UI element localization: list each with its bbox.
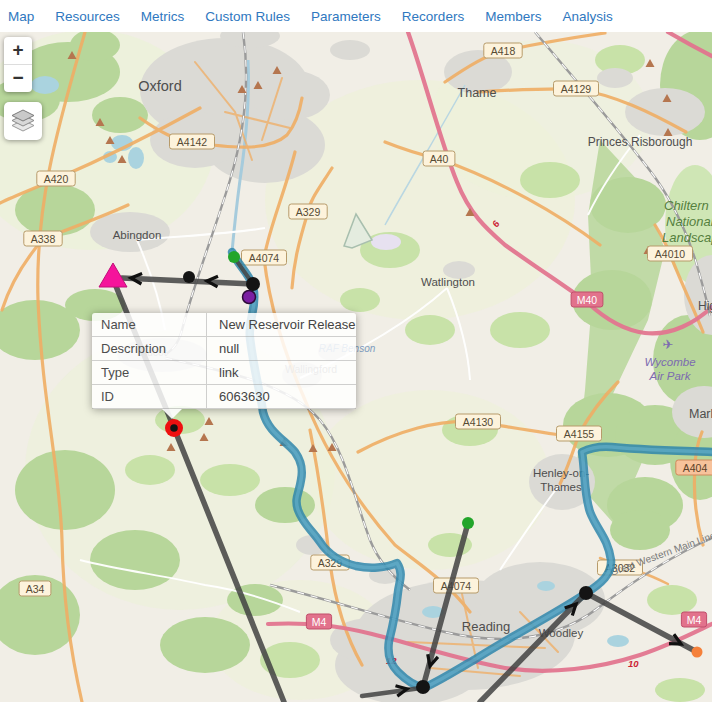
label-watlington: Watlington bbox=[421, 276, 475, 288]
airfield-area bbox=[371, 234, 401, 250]
label-oxford: Oxford bbox=[138, 78, 182, 94]
tooltip-pointer bbox=[162, 409, 182, 419]
label-high-wycombe: High Wycombe bbox=[698, 299, 712, 313]
network-node-junction[interactable] bbox=[183, 271, 195, 283]
zoom-control: + − bbox=[4, 37, 32, 92]
svg-text:A404: A404 bbox=[683, 462, 708, 474]
svg-text:A4129: A4129 bbox=[561, 83, 592, 95]
tooltip-value: link bbox=[206, 361, 356, 384]
road-shield: A4129 bbox=[554, 81, 599, 96]
svg-text:A4010: A4010 bbox=[655, 248, 686, 260]
road-shield: A404 bbox=[676, 460, 712, 475]
tooltip-value: 6063630 bbox=[206, 385, 356, 408]
road-shield: A4142 bbox=[170, 134, 215, 149]
nav-parameters[interactable]: Parameters bbox=[311, 9, 381, 24]
road-shield: A34 bbox=[19, 581, 51, 596]
zoom-out-button[interactable]: − bbox=[4, 65, 32, 92]
map-canvas[interactable]: A4142A420A338A329A4074A418A4129A40A4010M… bbox=[0, 32, 712, 702]
svg-text:A40: A40 bbox=[430, 153, 449, 165]
network-node-junction[interactable] bbox=[416, 680, 430, 694]
road-shield: A418 bbox=[484, 43, 522, 58]
network-node-abstraction[interactable] bbox=[243, 291, 256, 304]
tooltip-value: New Reservoir Release bbox=[206, 313, 356, 336]
road-shield: A420 bbox=[37, 171, 75, 186]
tooltip-value: null bbox=[206, 337, 356, 360]
airplane-icon: ✈ bbox=[663, 337, 674, 352]
svg-text:A4130: A4130 bbox=[463, 416, 494, 428]
svg-text:A418: A418 bbox=[491, 45, 516, 57]
svg-text:A4155: A4155 bbox=[564, 428, 595, 440]
svg-text:A329: A329 bbox=[296, 206, 321, 218]
road-shield: A4010 bbox=[648, 246, 693, 261]
svg-text:A338: A338 bbox=[31, 233, 56, 245]
svg-text:M4: M4 bbox=[312, 616, 327, 628]
svg-text:M4: M4 bbox=[687, 614, 702, 626]
label-abingdon: Abingdon bbox=[113, 229, 162, 241]
tooltip-row-description: Description null bbox=[92, 337, 356, 361]
svg-text:A420: A420 bbox=[44, 173, 69, 185]
svg-text:A34: A34 bbox=[26, 583, 45, 595]
junction-number: 10 bbox=[628, 658, 639, 669]
label-chiltern-1: Chiltern bbox=[664, 198, 709, 213]
road-shield: M4 bbox=[681, 612, 706, 627]
zoom-in-button[interactable]: + bbox=[4, 37, 32, 65]
road-shield: A338 bbox=[24, 231, 62, 246]
network-node-junction[interactable] bbox=[579, 586, 593, 600]
feature-tooltip: Name New Reservoir Release Description n… bbox=[92, 313, 356, 409]
nav-recorders[interactable]: Recorders bbox=[402, 9, 464, 24]
layers-button[interactable] bbox=[4, 102, 42, 140]
network-node-demand[interactable] bbox=[692, 647, 703, 658]
road-shield: M4 bbox=[306, 614, 331, 629]
svg-text:A4074: A4074 bbox=[249, 252, 280, 264]
tooltip-label: ID bbox=[92, 385, 206, 408]
label-reading: Reading bbox=[462, 619, 510, 634]
svg-text:M40: M40 bbox=[577, 294, 598, 306]
network-node-center bbox=[170, 424, 178, 432]
label-princes-risborough: Princes Risborough bbox=[588, 135, 693, 149]
tooltip-label: Type bbox=[92, 361, 206, 384]
label-thame: Thame bbox=[458, 86, 497, 100]
label-henley-2: Thames bbox=[540, 481, 582, 493]
nav-custom-rules[interactable]: Custom Rules bbox=[205, 9, 290, 24]
nav-map[interactable]: Map bbox=[8, 9, 34, 24]
nav-analysis[interactable]: Analysis bbox=[562, 9, 612, 24]
nav-members[interactable]: Members bbox=[485, 9, 541, 24]
road-shield: A329 bbox=[289, 204, 327, 219]
layers-icon bbox=[10, 109, 36, 133]
road-shield: A4074 bbox=[434, 578, 479, 593]
tooltip-label: Name bbox=[92, 313, 206, 336]
label-chiltern-2: National bbox=[666, 214, 712, 229]
network-node-junction[interactable] bbox=[246, 277, 260, 291]
nav-metrics[interactable]: Metrics bbox=[141, 9, 185, 24]
top-nav: Map Resources Metrics Custom Rules Param… bbox=[0, 0, 712, 32]
tooltip-row-type: Type link bbox=[92, 361, 356, 385]
road-shield: M40 bbox=[571, 292, 603, 307]
road-shield: A4130 bbox=[456, 414, 501, 429]
tooltip-row-id: ID 6063630 bbox=[92, 385, 356, 409]
nav-resources[interactable]: Resources bbox=[55, 9, 120, 24]
svg-text:A4142: A4142 bbox=[177, 136, 208, 148]
road-shield: A4155 bbox=[557, 426, 602, 441]
road-shield: A4074 bbox=[242, 250, 287, 265]
road-shield: A40 bbox=[423, 151, 455, 166]
network-node-inflow[interactable] bbox=[228, 251, 240, 263]
network-node-inflow[interactable] bbox=[462, 517, 474, 529]
tooltip-label: Description bbox=[92, 337, 206, 360]
label-wycombe-air-park-2: Air Park bbox=[649, 370, 692, 382]
label-marlow: Marlow bbox=[689, 407, 712, 421]
label-chiltern-3: Landscape bbox=[662, 230, 712, 245]
label-wycombe-air-park-1: Wycombe bbox=[644, 356, 695, 368]
svg-text:A4074: A4074 bbox=[441, 580, 472, 592]
tooltip-row-name: Name New Reservoir Release bbox=[92, 313, 356, 337]
